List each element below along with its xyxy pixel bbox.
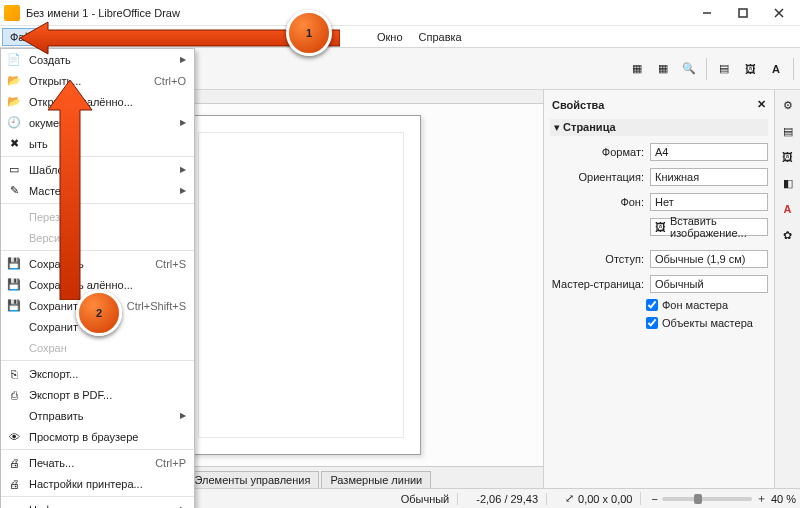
checkbox-master-background[interactable]: Фон мастера bbox=[646, 299, 768, 311]
zoom-in-icon[interactable]: ＋ bbox=[756, 491, 767, 506]
select-background[interactable]: Нет bbox=[650, 193, 768, 211]
tab-dimension-lines[interactable]: Размерные линии bbox=[321, 471, 431, 488]
properties-icon[interactable]: ▤ bbox=[779, 122, 797, 140]
export-icon: ⎘ bbox=[5, 366, 23, 382]
menu-item-digital-sign[interactable]: Цифровые подписи▶ bbox=[1, 499, 194, 508]
search-icon[interactable]: 🔍 bbox=[678, 58, 700, 80]
menu-window[interactable]: Окно bbox=[369, 28, 411, 46]
menu-item-print[interactable]: 🖨Печать...Ctrl+P bbox=[1, 452, 194, 473]
menu-item-export[interactable]: ⎘Экспорт... bbox=[1, 363, 194, 384]
file-menu-dropdown: 📄Создать▶ 📂Открыть...Ctrl+O 📂Открыть уда… bbox=[0, 48, 195, 508]
menu-item-save-as[interactable]: 💾Сохранить к...Ctrl+Shift+S bbox=[1, 295, 194, 316]
label-format: Формат: bbox=[550, 146, 646, 158]
menu-item-reload: Перезаг bbox=[1, 206, 194, 227]
pdf-icon: ⎙ bbox=[5, 387, 23, 403]
image-icon[interactable]: 🖼 bbox=[739, 58, 761, 80]
printer-settings-icon: 🖨 bbox=[5, 476, 23, 492]
select-format[interactable]: A4 bbox=[650, 143, 768, 161]
menu-item-close[interactable]: ✖ыть bbox=[1, 133, 194, 154]
chart-icon[interactable]: ▤ bbox=[713, 58, 735, 80]
close-button[interactable] bbox=[762, 3, 796, 23]
text-icon[interactable]: A bbox=[765, 58, 787, 80]
section-page[interactable]: Страница bbox=[563, 121, 616, 133]
close-panel-icon[interactable]: ✕ bbox=[757, 98, 766, 111]
maximize-button[interactable] bbox=[726, 3, 760, 23]
menu-item-send[interactable]: Отправить▶ bbox=[1, 405, 194, 426]
menu-help[interactable]: Справка bbox=[411, 28, 470, 46]
menu-file[interactable]: Файл bbox=[2, 28, 45, 46]
styles-icon[interactable]: A bbox=[779, 200, 797, 218]
size-icon: ⤢ bbox=[565, 492, 574, 505]
zoom-out-icon[interactable]: − bbox=[651, 493, 657, 505]
wizard-icon: ✎ bbox=[5, 183, 23, 199]
status-size: ⤢0,00 x 0,00 bbox=[557, 492, 641, 505]
save-remote-icon: 💾 bbox=[5, 277, 23, 293]
status-coordinates: -2,06 / 29,43 bbox=[468, 493, 547, 505]
status-style: Обычный bbox=[393, 493, 459, 505]
label-indent: Отступ: bbox=[550, 253, 646, 265]
menu-item-recent[interactable]: 🕘окументы▶ bbox=[1, 112, 194, 133]
menu-item-save-all: Сохран bbox=[1, 337, 194, 358]
menu-item-save-remote[interactable]: 💾Сохранить алённо... bbox=[1, 274, 194, 295]
sidebar-rail: ⚙ ▤ 🖼 ◧ A ✿ bbox=[774, 90, 800, 488]
app-icon bbox=[4, 5, 20, 21]
properties-panel: Свойства✕ ▾ Страница Формат:A4 Ориентаци… bbox=[543, 90, 774, 488]
label-master: Мастер-страница: bbox=[550, 278, 646, 290]
label-orientation: Ориентация: bbox=[550, 171, 646, 183]
menu-item-templates[interactable]: ▭Шаблоны▶ bbox=[1, 159, 194, 180]
minimize-button[interactable] bbox=[690, 3, 724, 23]
recent-icon: 🕘 bbox=[5, 115, 23, 131]
insert-image-button[interactable]: 🖼Вставить изображение... bbox=[650, 218, 768, 236]
menu-item-printer-settings[interactable]: 🖨Настройки принтера... bbox=[1, 473, 194, 494]
gear-icon[interactable]: ⚙ bbox=[779, 96, 797, 114]
zoom-value[interactable]: 40 % bbox=[771, 493, 796, 505]
functions-icon[interactable]: ✿ bbox=[779, 226, 797, 244]
menu-item-new[interactable]: 📄Создать▶ bbox=[1, 49, 194, 70]
grid-icon[interactable]: ▦ bbox=[626, 58, 648, 80]
preview-icon: 👁 bbox=[5, 429, 23, 445]
menu-bar: Файл П Окно Справка bbox=[0, 26, 800, 48]
checkbox-master-objects[interactable]: Объекты мастера bbox=[646, 317, 768, 329]
new-doc-icon: 📄 bbox=[5, 52, 23, 68]
select-indent[interactable]: Обычные (1,9 см) bbox=[650, 250, 768, 268]
menu-item-export-pdf[interactable]: ⎙Экспорт в PDF... bbox=[1, 384, 194, 405]
menu-item-versions: Версии... bbox=[1, 227, 194, 248]
label-background: Фон: bbox=[550, 196, 646, 208]
menu-item-wizard[interactable]: ✎Мастер▶ bbox=[1, 180, 194, 201]
title-bar: Без имени 1 - LibreOffice Draw bbox=[0, 0, 800, 26]
drawing-page[interactable] bbox=[181, 115, 421, 455]
select-master[interactable]: Обычный bbox=[650, 275, 768, 293]
window-title: Без имени 1 - LibreOffice Draw bbox=[26, 7, 690, 19]
image-icon: 🖼 bbox=[655, 221, 666, 233]
save-as-icon: 💾 bbox=[5, 298, 23, 314]
zoom-slider[interactable] bbox=[662, 497, 752, 501]
menu-item-open[interactable]: 📂Открыть...Ctrl+O bbox=[1, 70, 194, 91]
menu-item-save[interactable]: 💾СохранитьCtrl+S bbox=[1, 253, 194, 274]
menu-item-preview[interactable]: 👁Просмотр в браузере bbox=[1, 426, 194, 447]
save-icon: 💾 bbox=[5, 256, 23, 272]
close-icon: ✖ bbox=[5, 136, 23, 152]
navigator-icon[interactable]: ◧ bbox=[779, 174, 797, 192]
grid-icon[interactable]: ▦ bbox=[652, 58, 674, 80]
menu-item-save-copy[interactable]: Сохранит bbox=[1, 316, 194, 337]
panel-title: Свойства bbox=[552, 99, 604, 111]
menu-item-open-remote[interactable]: 📂Открыть удалённо... bbox=[1, 91, 194, 112]
template-icon: ▭ bbox=[5, 162, 23, 178]
gallery-icon[interactable]: 🖼 bbox=[779, 148, 797, 166]
print-icon: 🖨 bbox=[5, 455, 23, 471]
tab-controls[interactable]: Элементы управления bbox=[186, 471, 320, 488]
folder-open-icon: 📂 bbox=[5, 73, 23, 89]
cloud-open-icon: 📂 bbox=[5, 94, 23, 110]
select-orientation[interactable]: Книжная bbox=[650, 168, 768, 186]
